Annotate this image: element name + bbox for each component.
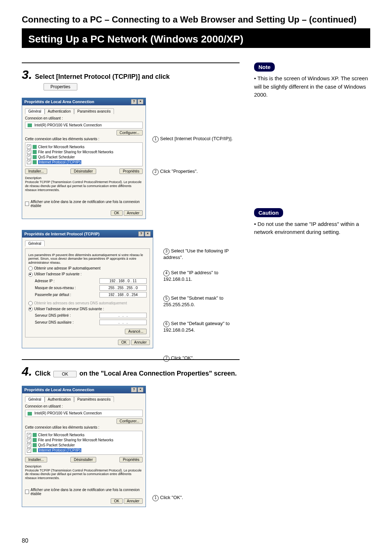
close-icon[interactable]: × (145, 231, 151, 236)
checkbox-icon[interactable]: ✓ (27, 443, 31, 447)
checkbox-icon[interactable]: ✓ (27, 160, 31, 164)
step-3: 3. Select [Internet Protocol (TCP/IP)] a… (22, 62, 240, 348)
list-item[interactable]: ✓File and Printer Sharing for Microsoft … (27, 149, 141, 154)
list-item[interactable]: ✓QoS Packet Scheduler (27, 154, 141, 159)
intro-text: Les paramètres IP peuvent être déterminé… (28, 253, 147, 265)
tab-advanced[interactable]: Paramètres avancés (74, 108, 114, 114)
close-icon[interactable]: × (138, 387, 143, 392)
ok-button[interactable]: OK (111, 210, 122, 216)
properties-button[interactable]: Propriétés (119, 169, 143, 174)
component-icon (33, 433, 37, 437)
configure-button[interactable]: Configurer... (117, 418, 143, 424)
gateway-field[interactable]: 192 . 168 . 0 . 254 (99, 292, 147, 297)
show-icon-label: Afficher une icône dans la zone de notif… (30, 200, 143, 208)
cancel-button[interactable]: Annuler (124, 210, 143, 216)
step-number: 3. (22, 68, 32, 82)
list-item-tcpip[interactable]: ✓Internet Protocol (TCP/IP) (27, 448, 141, 453)
adapter-name: Intel(R) PRO/100 VE Network Connection (25, 410, 143, 417)
component-icon (33, 160, 37, 164)
uninstall-button[interactable]: Désinstaller (70, 457, 96, 462)
component-icon (33, 448, 37, 452)
radio-manual-ip[interactable] (28, 272, 33, 277)
help-icon[interactable]: ? (131, 99, 137, 104)
subnet-mask-field[interactable]: 255 . 255 . 255 . 0 (99, 285, 147, 291)
step-number: 4. (22, 364, 32, 378)
tab-advanced[interactable]: Paramètres avancés (74, 396, 114, 402)
list-item[interactable]: ✓Client for Microsoft Networks (27, 433, 141, 438)
note-box: Note • This is the screen of Windows XP.… (254, 62, 370, 99)
step-text-b: on the "Local Area Connection Properties… (79, 370, 237, 377)
checkbox-icon[interactable]: ✓ (27, 150, 31, 154)
help-icon[interactable]: ? (138, 231, 144, 236)
tab-general[interactable]: Général (25, 108, 45, 114)
adapter-name: Intel(R) PRO/100 VE Network Connection (25, 122, 143, 129)
properties-button-image: Properties (44, 83, 77, 90)
note-text: • This is the screen of Windows XP. The … (254, 74, 370, 99)
uninstall-button[interactable]: Désinstaller (70, 169, 96, 174)
radio-auto-ip[interactable] (28, 266, 33, 271)
tab-general[interactable]: Général (25, 396, 45, 402)
step-text-a: Click (35, 370, 50, 377)
lac-properties-dialog-2: Propriétés de Local Area Connection ? × … (22, 386, 146, 507)
caution-text: • Do not use the same "IP address" withi… (254, 220, 370, 236)
description-label: Description (25, 465, 143, 469)
description-text: Protocole TCP/IP (Transmission Control P… (25, 469, 143, 480)
caution-box: Caution • Do not use the same "IP addres… (254, 208, 370, 236)
radio-manual-dns[interactable] (28, 307, 33, 311)
elements-label: Cette connexion utilise les éléments sui… (25, 425, 143, 429)
tab-general[interactable]: Général (25, 240, 45, 246)
adapter-icon (28, 123, 32, 127)
caution-label: Caution (254, 208, 283, 217)
checkbox-icon[interactable] (25, 202, 29, 206)
component-icon (33, 438, 37, 442)
tcpip-properties-dialog: Propriétés de Internet Protocol (TCP/IP)… (22, 230, 153, 349)
ok-button[interactable]: OK (118, 340, 130, 345)
callout-1: 1Select [Internet Protocol (TCP/IP)]. (152, 136, 233, 142)
properties-button[interactable]: Propriétés (119, 457, 143, 462)
checkbox-icon[interactable]: ✓ (27, 145, 31, 149)
description-label: Description (25, 176, 143, 180)
component-icon (33, 150, 37, 154)
elements-label: Cette connexion utilise les éléments sui… (25, 137, 143, 141)
tab-authentication[interactable]: Authentication (45, 396, 74, 402)
checkbox-icon[interactable]: ✓ (27, 155, 31, 159)
help-icon[interactable]: ? (131, 387, 137, 392)
gateway-label: Passerelle par défaut : (35, 293, 71, 297)
lac-properties-dialog: Propriétés de Local Area Connection ? × … (22, 98, 146, 219)
cancel-button[interactable]: Annuler (131, 340, 150, 345)
advanced-button[interactable]: Avancé... (125, 329, 147, 334)
ip-label: Adresse IP : (35, 279, 54, 283)
component-icon (33, 443, 37, 447)
mask-label: Masque de sous-réseau : (35, 286, 76, 290)
list-item[interactable]: ✓Client for Microsoft Networks (27, 144, 141, 149)
close-icon[interactable]: × (138, 99, 143, 104)
cancel-button[interactable]: Annuler (124, 498, 143, 504)
callout-7: 7Click "OK". (163, 355, 194, 362)
checkbox-icon[interactable]: ✓ (27, 448, 31, 453)
section-heading: Setting Up a PC Network (Windows 2000/XP… (22, 31, 370, 48)
dns-preferred-field[interactable]: . . . (99, 313, 147, 318)
checkbox-icon[interactable]: ✓ (27, 433, 31, 437)
checkbox-icon[interactable]: ✓ (27, 438, 31, 442)
install-button[interactable]: Installer... (25, 457, 47, 462)
install-button[interactable]: Installer... (25, 169, 47, 174)
configure-button[interactable]: Configurer... (117, 130, 143, 135)
components-list: ✓Client for Microsoft Networks ✓File and… (25, 431, 143, 455)
dns-pref-label: Serveur DNS préféré : (35, 313, 71, 317)
dialog-titlebar: Propriétés de Local Area Connection ? × (22, 386, 146, 393)
step-text: Select [Internet Protocol (TCP/IP)] and … (35, 73, 170, 81)
ip-address-field[interactable]: 192 . 168 . 0 . 11 (99, 278, 147, 284)
tab-authentication[interactable]: Authentication (45, 108, 74, 114)
checkbox-icon[interactable] (25, 490, 29, 494)
list-item-tcpip[interactable]: ✓Internet Protocol (TCP/IP) (27, 159, 141, 165)
ok-button[interactable]: OK (111, 498, 122, 504)
connect-label: Connexion en utilisant : (25, 116, 143, 120)
list-item[interactable]: ✓File and Printer Sharing for Microsoft … (27, 438, 141, 443)
radio-auto-dns (28, 301, 33, 305)
list-item[interactable]: ✓QoS Packet Scheduler (27, 443, 141, 448)
dialog-title: Propriétés de Local Area Connection (24, 100, 94, 104)
adapter-icon (28, 412, 32, 416)
callout-2: 2Click "Properties". (152, 169, 198, 175)
dns-aux-field[interactable]: . . . (99, 320, 147, 325)
callout-4: 4Set the "IP address" to 192.168.0.11. (163, 270, 240, 283)
